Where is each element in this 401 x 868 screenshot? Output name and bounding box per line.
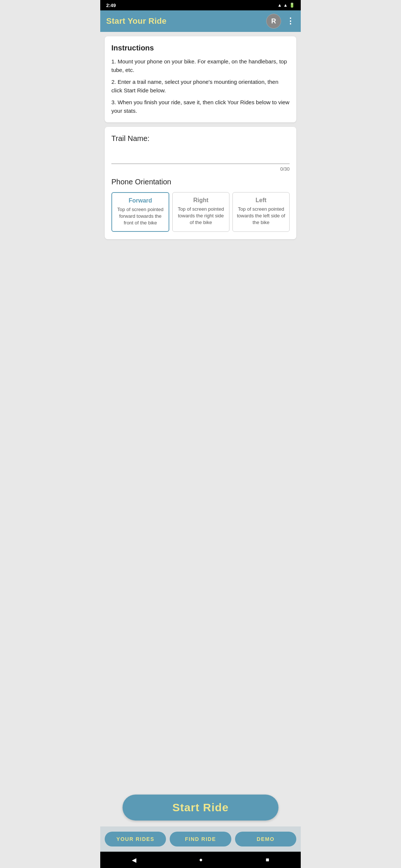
instructions-card: Instructions 1. Mount your phone on your… bbox=[105, 36, 296, 122]
trail-name-label: Trail Name: bbox=[111, 134, 290, 143]
orientation-forward-label: Forward bbox=[115, 197, 166, 204]
orientation-right-desc: Top of screen pointed towards the right … bbox=[176, 206, 226, 226]
main-content: Instructions 1. Mount your phone on your… bbox=[100, 32, 301, 787]
orientation-right-btn[interactable]: Right Top of screen pointed towards the … bbox=[172, 192, 229, 232]
status-time: 2:49 bbox=[106, 3, 116, 8]
instruction-step-1: 1. Mount your phone on your bike. For ex… bbox=[111, 57, 290, 74]
trail-name-input-wrapper bbox=[111, 154, 290, 164]
more-options-icon[interactable]: ⋮ bbox=[286, 16, 295, 26]
orientation-forward-desc: Top of screen pointed forward towards th… bbox=[115, 206, 166, 227]
app-bar: Start Your Ride R ⋮ bbox=[100, 10, 301, 32]
demo-button[interactable]: DEMO bbox=[235, 832, 296, 846]
system-nav: ◀ ● ■ bbox=[100, 852, 301, 868]
home-nav-icon[interactable]: ● bbox=[199, 857, 203, 863]
instruction-step-2: 2. Enter a trail name, select your phone… bbox=[111, 78, 290, 95]
status-bar-left: 2:49 bbox=[106, 3, 116, 8]
status-bar-right: ▲ ▲ 🔋 bbox=[277, 3, 295, 8]
instruction-step-3: 3. When you finish your ride, save it, t… bbox=[111, 98, 290, 115]
battery-icon: 🔋 bbox=[289, 3, 295, 8]
status-bar: 2:49 ▲ ▲ 🔋 bbox=[100, 0, 301, 10]
orientation-left-btn[interactable]: Left Top of screen pointed towards the l… bbox=[232, 192, 290, 232]
app-bar-title: Start Your Ride bbox=[106, 16, 167, 26]
recent-nav-icon[interactable]: ■ bbox=[266, 857, 270, 863]
user-avatar[interactable]: R bbox=[266, 14, 281, 29]
orientation-right-label: Right bbox=[176, 197, 226, 204]
start-ride-button[interactable]: Start Ride bbox=[123, 795, 278, 821]
trail-name-input[interactable] bbox=[111, 154, 290, 164]
wifi-icon: ▲ bbox=[277, 3, 282, 8]
orientation-title: Phone Orientation bbox=[111, 178, 290, 186]
trail-orientation-card: Trail Name: 0/30 Phone Orientation Forwa… bbox=[105, 127, 296, 239]
char-count: 0/30 bbox=[111, 166, 290, 172]
your-rides-button[interactable]: YOUR RIDES bbox=[105, 832, 166, 846]
content-spacer bbox=[105, 244, 296, 783]
bottom-nav: YOUR RIDES FIND RIDE DEMO bbox=[100, 826, 301, 852]
instructions-heading: Instructions bbox=[111, 44, 290, 52]
orientation-options: Forward Top of screen pointed forward to… bbox=[111, 192, 290, 232]
signal-icon: ▲ bbox=[283, 3, 288, 8]
app-bar-actions: R ⋮ bbox=[266, 14, 295, 29]
back-nav-icon[interactable]: ◀ bbox=[132, 857, 136, 864]
orientation-left-desc: Top of screen pointed towards the left s… bbox=[236, 206, 286, 226]
orientation-forward-btn[interactable]: Forward Top of screen pointed forward to… bbox=[111, 192, 169, 232]
orientation-left-label: Left bbox=[236, 197, 286, 204]
start-ride-container: Start Ride bbox=[100, 787, 301, 826]
find-ride-button[interactable]: FIND RIDE bbox=[170, 832, 231, 846]
